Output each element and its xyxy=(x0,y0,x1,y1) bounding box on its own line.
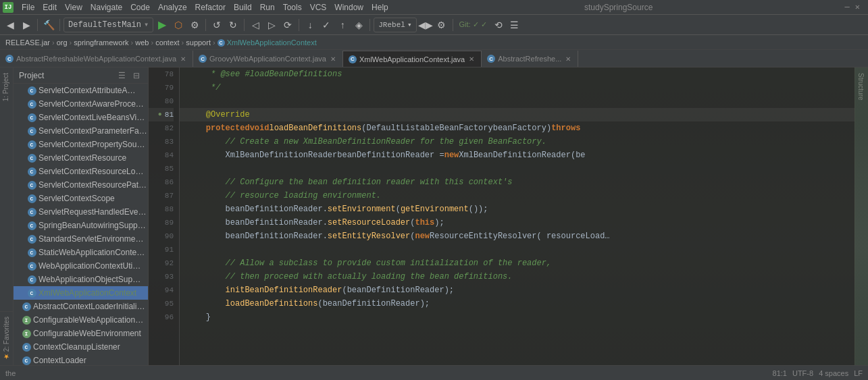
toolbar-nav-back[interactable]: ◁ xyxy=(248,18,263,32)
window-close[interactable]: ✕ xyxy=(855,2,860,12)
tree-item-static-web[interactable]: C StaticWebApplicationConte… xyxy=(14,246,148,259)
code-line-80 xyxy=(180,94,854,108)
tree-item-servlet-aware[interactable]: C ServletContextAwareProce… xyxy=(14,97,148,111)
line-num-78: 78 xyxy=(149,67,174,81)
line-num-96: 96 xyxy=(149,310,174,324)
path-org[interactable]: org xyxy=(57,38,68,47)
toolbar-back-btn[interactable]: ◀ xyxy=(3,18,18,32)
tree-item-servlet-res-load[interactable]: C ServletContextResourceLoa… xyxy=(14,165,148,178)
tree-item-config-web-env[interactable]: I ConfigurableWebEnvironment xyxy=(14,327,148,340)
tab-label-4: AbstractRefreshe... xyxy=(498,55,561,63)
jrebel-dropdown[interactable]: JRebel ▾ xyxy=(374,18,416,32)
editor-area[interactable]: 78 79 80 ● 81 82 83 84 85 86 87 88 89 90… xyxy=(149,67,868,365)
toolbar-sync-btn[interactable]: ↺ xyxy=(209,18,224,32)
menu-window[interactable]: Window xyxy=(330,0,367,15)
tree-icon-i2: I xyxy=(22,329,31,338)
tab-close-4[interactable]: ✕ xyxy=(564,55,572,63)
menu-vcs[interactable]: VCS xyxy=(306,0,331,15)
side-tab-project[interactable]: 1: Project xyxy=(0,67,13,107)
path-arrow-2: › xyxy=(70,38,72,47)
menu-help[interactable]: Help xyxy=(367,0,392,15)
tab-abstract-refreshable[interactable]: C AbstractRefreshableWebApplicationConte… xyxy=(0,51,193,67)
tree-label-servlet-live: ServletContextLiveBeansVi… xyxy=(39,113,145,122)
vcs-history-btn[interactable]: ◈ xyxy=(351,18,366,32)
vcs-commit-btn[interactable]: ✓ xyxy=(319,18,334,32)
window-minimize[interactable]: — xyxy=(845,3,850,12)
path-context[interactable]: context xyxy=(155,38,179,47)
menu-run[interactable]: Run xyxy=(256,0,279,15)
coverage-btn[interactable]: ⚙ xyxy=(187,18,202,32)
menu-code[interactable]: Code xyxy=(126,0,154,15)
tab-abstract-refresh2[interactable]: C AbstractRefreshe... ✕ xyxy=(482,51,578,67)
tree-icon-c15: C xyxy=(27,275,36,284)
tab-close-1[interactable]: ✕ xyxy=(179,55,187,63)
tree-item-ctx-loader[interactable]: C ContextLoader xyxy=(14,354,148,365)
right-tab-structure[interactable]: Structure xyxy=(855,67,868,106)
menu-navigate[interactable]: Navigate xyxy=(86,0,126,15)
debug-btn[interactable]: ⬡ xyxy=(171,18,186,32)
vcs-update-btn[interactable]: ↓ xyxy=(303,18,317,32)
tree-item-servlet-scope[interactable]: C ServletContextScope xyxy=(14,192,148,205)
tree-item-servlet-live[interactable]: C ServletContextLiveBeansVi… xyxy=(14,111,148,124)
run-btn[interactable]: ▶ xyxy=(155,18,170,32)
menu-edit[interactable]: Edit xyxy=(39,0,61,15)
indent-label: 4 spaces xyxy=(819,369,848,377)
menu-build[interactable]: Build xyxy=(230,0,256,15)
line-num-84: 84 xyxy=(149,148,174,162)
toolbar-reload-btn[interactable]: ↻ xyxy=(226,18,240,32)
path-class[interactable]: C XmlWebApplicationContext xyxy=(218,38,317,47)
tree-item-standard-servlet[interactable]: C StandardServletEnvironme… xyxy=(14,232,148,246)
tree-item-servlet-req[interactable]: C ServletRequestHandledEve… xyxy=(14,205,148,219)
path-arrow-6: › xyxy=(213,38,215,47)
menu-view[interactable]: View xyxy=(61,0,86,15)
tab-groovy[interactable]: C GroovyWebApplicationContext.java ✕ xyxy=(193,51,343,67)
vcs-push-btn[interactable]: ↑ xyxy=(335,18,350,32)
status-indent[interactable]: 4 spaces xyxy=(819,369,848,377)
tree-item-abstract-ctx[interactable]: C AbstractContextLoaderInitializ… xyxy=(14,300,148,313)
status-lf[interactable]: LF xyxy=(854,369,863,377)
toolbar-search-everywhere[interactable]: ⟳ xyxy=(280,18,295,32)
tree-item-xml-web[interactable]: C XmlWebApplicationContext xyxy=(14,286,148,300)
tree-item-servlet-param[interactable]: C ServletContextParameterFa… xyxy=(14,124,148,138)
tree-item-servlet-res-pat[interactable]: C ServletContextResourcePat… xyxy=(14,178,148,192)
line-num-85: 85 xyxy=(149,162,174,175)
tree-item-servlet-attr[interactable]: C ServletContextAttributeA… xyxy=(14,84,148,97)
tree-item-servlet-res[interactable]: C ServletContextResource xyxy=(14,151,148,165)
tab-close-3[interactable]: ✕ xyxy=(467,55,476,63)
tree-item-config-web[interactable]: I ConfigurableWebApplicationC… xyxy=(14,313,148,327)
tree-icon-c4: C xyxy=(27,126,36,136)
jrebel-debug-btn[interactable]: ⚙ xyxy=(434,18,449,32)
git-check-icon: ✓ xyxy=(473,20,479,28)
path-springframework[interactable]: springframework xyxy=(74,38,128,47)
tree-item-ctx-cleanup[interactable]: C ContextCleanupListener xyxy=(14,340,148,354)
path-support[interactable]: support xyxy=(186,38,211,47)
menu-tools[interactable]: Tools xyxy=(279,0,306,15)
code-content[interactable]: * @see #loadBeanDefinitions */ @Override… xyxy=(180,67,854,365)
tab-xml-web[interactable]: C XmlWebApplicationContext.java ✕ xyxy=(343,51,482,67)
tree-item-web-obj[interactable]: C WebApplicationObjectSup… xyxy=(14,273,148,286)
tree-item-web-app-util[interactable]: C WebApplicationContextUti… xyxy=(14,259,148,273)
tree-item-spring-auto[interactable]: C SpringBeanAutowiringSupp… xyxy=(14,219,148,232)
toolbar-settings-btn[interactable]: ☰ xyxy=(507,18,522,32)
tree-label-spring-auto: SpringBeanAutowiringSupp… xyxy=(39,221,146,230)
menu-refactor[interactable]: Refactor xyxy=(191,0,230,15)
run-config-dropdown[interactable]: DefaultTestMain ▾ xyxy=(63,18,153,32)
tree-item-servlet-prop[interactable]: C ServletContextPropertySou… xyxy=(14,138,148,151)
menu-file[interactable]: File xyxy=(18,0,39,15)
line-num-81: ● 81 xyxy=(149,108,174,121)
menu-analyze[interactable]: Analyze xyxy=(154,0,191,15)
panel-collapse-btn[interactable]: ⊟ xyxy=(130,70,143,82)
tab-close-2[interactable]: ✕ xyxy=(329,55,337,63)
toolbar-history-btn[interactable]: ⟲ xyxy=(491,18,506,32)
path-web[interactable]: web xyxy=(135,38,149,47)
jrebel-run-btn[interactable]: ◀▶ xyxy=(418,18,433,32)
tree-label-servlet-scope: ServletContextScope xyxy=(39,194,115,203)
toolbar-nav-fwd[interactable]: ▷ xyxy=(264,18,279,32)
toolbar-forward-btn[interactable]: ▶ xyxy=(19,18,34,32)
toolbar-build-btn[interactable]: 🔨 xyxy=(41,18,56,32)
project-tree[interactable]: C ServletContextAttributeA… C ServletCon… xyxy=(14,84,148,365)
path-jar[interactable]: RELEASE.jar xyxy=(5,38,50,47)
panel-config-btn[interactable]: ☰ xyxy=(116,70,128,82)
favorites-tab[interactable]: ★ 2: Favorites xyxy=(0,314,13,363)
status-encoding[interactable]: UTF-8 xyxy=(792,369,813,377)
